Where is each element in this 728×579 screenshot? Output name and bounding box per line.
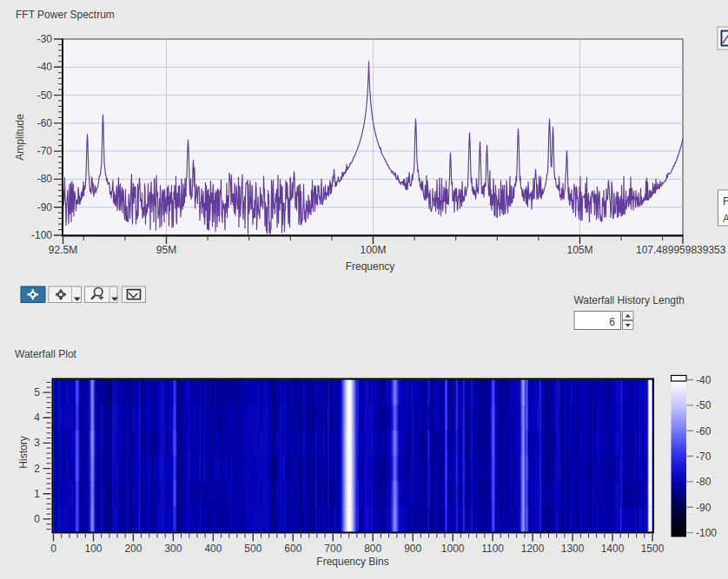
svg-text:1400: 1400: [601, 543, 625, 555]
svg-text:1: 1: [34, 488, 40, 500]
svg-text:-40: -40: [696, 374, 711, 386]
svg-text:Frequency: Frequency: [346, 260, 395, 273]
svg-text:2: 2: [34, 463, 40, 475]
svg-text:0: 0: [34, 513, 40, 525]
svg-text:100: 100: [84, 543, 102, 555]
svg-text:100M: 100M: [360, 244, 386, 256]
svg-text:3: 3: [34, 437, 40, 449]
svg-text:600: 600: [284, 543, 301, 555]
svg-text:A: A: [723, 213, 728, 225]
svg-text:-70: -70: [37, 145, 53, 157]
svg-text:Waterfall Plot: Waterfall Plot: [15, 348, 77, 360]
svg-text:1500: 1500: [641, 543, 665, 555]
svg-text:-80: -80: [696, 476, 711, 488]
svg-text:F: F: [723, 195, 728, 207]
svg-text:-50: -50: [37, 89, 53, 102]
svg-text:400: 400: [204, 543, 222, 555]
svg-text:92.5M: 92.5M: [49, 244, 77, 256]
svg-text:105M: 105M: [566, 244, 592, 256]
svg-text:Amplitude: Amplitude: [14, 114, 26, 161]
svg-text:-70: -70: [696, 451, 711, 463]
svg-text:-90: -90: [696, 502, 711, 514]
svg-text:-60: -60: [696, 425, 711, 438]
svg-text:Frequency Bins: Frequency Bins: [316, 556, 388, 568]
svg-text:-30: -30: [37, 33, 53, 45]
svg-text:900: 900: [404, 543, 421, 555]
svg-text:1300: 1300: [561, 543, 585, 555]
svg-text:-50: -50: [696, 399, 711, 411]
svg-text:FFT Power Spectrum: FFT Power Spectrum: [16, 9, 115, 21]
svg-text:-100: -100: [31, 229, 52, 241]
svg-text:95M: 95M: [156, 244, 176, 256]
svg-text:800: 800: [364, 543, 381, 555]
svg-text:History: History: [17, 436, 30, 468]
svg-text:500: 500: [244, 543, 261, 555]
svg-text:1100: 1100: [481, 543, 504, 555]
svg-text:-90: -90: [37, 201, 53, 214]
svg-text:6: 6: [609, 316, 615, 328]
svg-text:200: 200: [124, 543, 142, 555]
svg-text:700: 700: [324, 543, 341, 555]
svg-text:0: 0: [50, 543, 56, 555]
svg-text:1200: 1200: [521, 543, 545, 555]
svg-text:4: 4: [34, 411, 40, 424]
svg-text:300: 300: [164, 543, 182, 555]
svg-text:-40: -40: [37, 61, 53, 73]
svg-text:Waterfall History Length: Waterfall History Length: [573, 294, 685, 306]
svg-text:-80: -80: [37, 173, 53, 185]
svg-text:5: 5: [34, 386, 40, 398]
svg-text:-60: -60: [37, 117, 53, 129]
svg-text:107.489959839353: 107.489959839353: [636, 244, 726, 256]
svg-text:1000: 1000: [441, 543, 465, 555]
svg-text:-100: -100: [696, 527, 717, 539]
